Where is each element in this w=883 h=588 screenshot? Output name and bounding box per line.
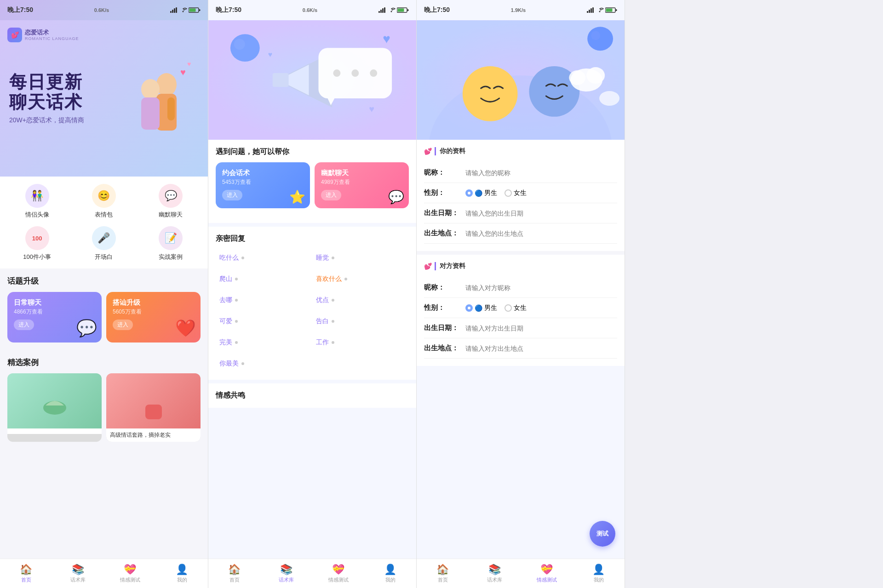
nav-library-label-3: 话术库 (487, 577, 502, 583)
nav-home-1[interactable]: 🏠 首页 (12, 564, 40, 583)
partner-info-header: 💕 对方资料 (424, 262, 617, 270)
network-2: 0.6K/s (303, 7, 317, 13)
icon-grid: 👫 情侣头像 😊 表情包 💬 幽默聊天 100 100件小事 🎤 开场白 📝 (0, 177, 208, 268)
cases-title: 精选案例 (7, 357, 201, 368)
case-img-1 (7, 373, 102, 428)
reply-item-0[interactable]: 吃什么 (216, 249, 312, 267)
problem-humor-btn[interactable]: 进入 (321, 190, 341, 200)
partner-gender-female[interactable]: 女生 (505, 304, 527, 312)
svg-point-29 (230, 34, 260, 62)
my-gender-female[interactable]: 女生 (505, 189, 527, 197)
partner-birthdate-input[interactable] (465, 325, 617, 332)
nav-library-label-2: 话术库 (279, 577, 294, 583)
reply-item-8[interactable]: 完美 (216, 334, 312, 351)
case-card-2[interactable]: 高级情话套路，摘掉老实 (106, 373, 201, 442)
nav-profile-2[interactable]: 👤 我的 (377, 564, 404, 583)
my-birthdate-input[interactable] (465, 210, 617, 217)
svg-rect-13 (141, 97, 160, 130)
nav-emotion-2[interactable]: 💝 情感测试 (325, 564, 352, 583)
nav-library-2[interactable]: 📚 话术库 (273, 564, 300, 583)
problem-humor-count: 4989万查看 (321, 178, 402, 186)
phone3-hero (417, 20, 625, 140)
partner-nickname-row: 昵称： (424, 278, 617, 298)
my-gender-male[interactable]: 🔵 男生 (465, 189, 497, 197)
reply-dot-3 (344, 278, 347, 280)
nav-profile-1[interactable]: 👤 我的 (168, 564, 196, 583)
reply-item-2[interactable]: 爬山 (216, 270, 312, 288)
reply-item-7[interactable]: 告白 (312, 313, 409, 330)
my-gender-male-icon: 🔵 (475, 189, 482, 197)
nav-home-3[interactable]: 🏠 首页 (429, 564, 457, 583)
svg-point-30 (234, 39, 245, 50)
svg-text:♥: ♥ (180, 67, 186, 77)
icon-item-emoji[interactable]: 😊 表情包 (74, 184, 133, 219)
reply-text-9: 工作 (316, 338, 329, 347)
emotion-title: 情感共鸣 (216, 391, 409, 400)
svg-point-24 (390, 11, 392, 12)
icon-cases: 📝 (159, 226, 183, 250)
reply-dot-10 (241, 362, 244, 365)
nav-profile-3[interactable]: 👤 我的 (585, 564, 613, 583)
svg-rect-0 (170, 11, 172, 13)
problem-card-date[interactable]: 约会话术 5453万查看 进入 ⭐ (216, 162, 310, 208)
topic-flirt-btn[interactable]: 进入 (113, 320, 133, 330)
reply-item-4[interactable]: 去哪 (216, 291, 312, 309)
icon-emoji: 😊 (92, 184, 116, 208)
my-birthloc-input[interactable] (465, 230, 617, 237)
signal-icons-2 (378, 7, 409, 13)
reply-item-3[interactable]: 喜欢什么 (312, 270, 409, 288)
hero-text: 每日更新 聊天话术 20W+恋爱话术，提高情商 (9, 72, 84, 124)
problem-humor-title: 幽默聊天 (321, 169, 402, 177)
icon-item-cases[interactable]: 📝 实战案例 (141, 226, 201, 261)
nav-home-2[interactable]: 🏠 首页 (221, 564, 248, 583)
reply-item-10[interactable]: 你最美 (216, 355, 312, 372)
library-icon-1: 📚 (72, 564, 84, 576)
icon-item-hundred[interactable]: 100 100件小事 (7, 226, 67, 261)
icon-item-funny[interactable]: 💬 幽默聊天 (141, 184, 201, 219)
svg-rect-6 (199, 9, 200, 11)
topic-daily-count: 4866万查看 (14, 308, 95, 316)
phone1-content: 💕 恋爱话术 ROMANTIC LANGUAGE 每日更新 聊天话术 20W+恋… (0, 20, 208, 559)
icon-label-opening: 开场白 (95, 253, 113, 261)
nav-home-label-1: 首页 (21, 577, 31, 583)
time-2: 晚上7:50 (216, 6, 241, 14)
my-gender-label: 性别： (424, 188, 465, 197)
my-nickname-row: 昵称： (424, 163, 617, 183)
partner-gender-male[interactable]: 🔵 男生 (465, 304, 497, 312)
my-gender-radio: 🔵 男生 女生 (465, 189, 527, 197)
topic-card-flirt[interactable]: 搭讪升级 5605万查看 进入 ❤️ (106, 292, 201, 343)
test-button[interactable]: 测试 (590, 521, 615, 547)
svg-rect-48 (606, 9, 612, 12)
partner-birthdate-row: 出生日期： (424, 318, 617, 338)
problem-date-btn[interactable]: 进入 (222, 190, 242, 200)
reply-text-2: 爬山 (219, 275, 232, 283)
topic-flirt-count: 5605万查看 (113, 308, 194, 316)
nav-library-3[interactable]: 📚 话术库 (481, 564, 509, 583)
network-3: 1.9K/s (511, 7, 526, 13)
reply-item-9[interactable]: 工作 (312, 334, 409, 351)
nav-emotion-1[interactable]: 💝 情感测试 (116, 564, 144, 583)
reply-item-1[interactable]: 睡觉 (312, 249, 409, 267)
problem-card-humor[interactable]: 幽默聊天 4989万查看 进入 💬 (315, 162, 409, 208)
topic-card-daily[interactable]: 日常聊天 4866万查看 进入 💬 (7, 292, 102, 343)
my-gender-male-text: 男生 (484, 189, 497, 197)
status-bar-1: 晚上7:50 0.6K/s (0, 0, 208, 20)
partner-nickname-input[interactable] (465, 284, 617, 291)
reply-item-6[interactable]: 可爱 (216, 313, 312, 330)
nav-library-1[interactable]: 📚 话术库 (64, 564, 92, 583)
partner-info-section: 💕 对方资料 昵称： 性别： 🔵 男生 (417, 255, 625, 366)
my-nickname-input[interactable] (465, 169, 617, 177)
hero-banner: 💕 恋爱话术 ROMANTIC LANGUAGE 每日更新 聊天话术 20W+恋… (0, 20, 208, 177)
hero-title: 每日更新 聊天话术 (9, 72, 84, 112)
nav-emotion-3[interactable]: 💝 情感测试 (533, 564, 561, 583)
reply-item-5[interactable]: 优点 (312, 291, 409, 309)
topic-daily-btn[interactable]: 进入 (14, 320, 34, 330)
icon-item-opening[interactable]: 🎤 开场白 (74, 226, 133, 261)
svg-point-34 (333, 69, 340, 77)
icon-item-couple[interactable]: 👫 情侣头像 (7, 184, 67, 219)
time-1: 晚上7:50 (7, 6, 33, 14)
case-card-1[interactable] (7, 373, 102, 442)
svg-text:♥: ♥ (383, 32, 390, 46)
svg-point-56 (586, 67, 605, 84)
partner-birthloc-input[interactable] (465, 345, 617, 352)
